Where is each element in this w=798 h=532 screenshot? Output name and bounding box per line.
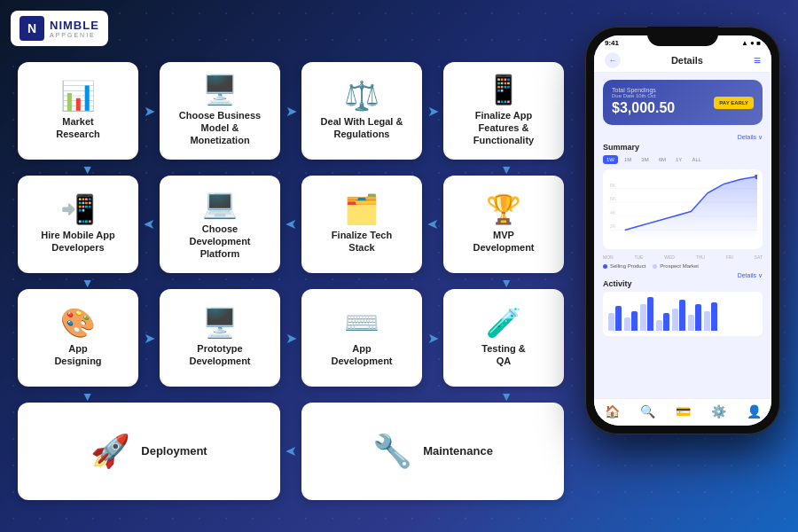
bar-group-3 — [640, 297, 653, 331]
bar-2b — [631, 311, 638, 331]
card-business-model[interactable]: 🖥️ Choose BusinessModel &Monetization — [160, 62, 280, 160]
screen-header: ← Details ≡ — [594, 49, 771, 73]
tab-3m[interactable]: 3M — [638, 155, 652, 164]
activity-section: Activity — [594, 279, 771, 336]
tech-stack-icon: 🗂️ — [344, 195, 379, 223]
mvp-label: MVPDevelopment — [473, 229, 534, 254]
summary-details-link[interactable]: Details ∨ — [594, 272, 771, 279]
bar-group-5 — [672, 300, 685, 331]
workflow-row-4: 🚀 Deployment ➤ 🔧 Maintenance — [18, 403, 576, 500]
tab-1m[interactable]: 1M — [621, 155, 635, 164]
card-features[interactable]: 📱 Finalize AppFeatures &Functionality — [443, 62, 564, 160]
arrow-r3-3: ➤ — [422, 330, 443, 347]
bar-group-2 — [624, 311, 638, 331]
card-hire-devs[interactable]: 📲 Hire Mobile AppDevelopers — [18, 176, 138, 273]
bar-group-7 — [704, 302, 717, 331]
svg-text:8K: 8K — [610, 182, 616, 187]
card-designing[interactable]: 🎨 AppDesigning — [18, 289, 138, 387]
chart-svg: 8K 6K 4K 2K — [608, 175, 757, 244]
hire-devs-icon: 📲 — [60, 195, 96, 223]
legal-icon: ⚖️ — [344, 82, 379, 110]
svg-text:6K: 6K — [610, 196, 616, 201]
nav-home-icon[interactable]: 🏠 — [605, 404, 620, 419]
card-prototype[interactable]: 🖥️ PrototypeDevelopment — [160, 289, 280, 387]
workflow-area: 📊 MarketResearch ➤ 🖥️ Choose BusinessMod… — [18, 62, 576, 504]
bar-4a — [656, 320, 662, 331]
tab-1y[interactable]: 1Y — [672, 155, 685, 164]
summary-section: Summary 1W 1M 3M 6M 1Y ALL — [594, 143, 771, 164]
features-icon: 📱 — [486, 75, 521, 104]
app-dev-icon: ⌨️ — [344, 309, 379, 337]
arrow-r2-1: ➤ — [138, 216, 160, 233]
bar-5b — [679, 300, 685, 331]
v-arrow-2-4: ▼ — [437, 276, 577, 290]
arrow-r2-3: ➤ — [422, 216, 443, 233]
spending-details-link[interactable]: Details ∨ — [594, 132, 771, 143]
legend-prospect: Prospect Market — [653, 263, 699, 269]
pay-early-button[interactable]: PAY EARLY — [714, 97, 754, 109]
dev-platform-icon: 💻 — [202, 189, 238, 217]
card-app-dev[interactable]: ⌨️ AppDevelopment — [301, 289, 422, 387]
time-tabs: 1W 1M 3M 6M 1Y ALL — [603, 155, 763, 164]
chart-legend: Selling Product Prospect Market — [594, 263, 771, 269]
workflow-row-3: 🎨 AppDesigning ➤ 🖥️ PrototypeDevelopment… — [18, 289, 576, 387]
arrow-r3-2: ➤ — [280, 330, 301, 347]
card-tech-stack[interactable]: 🗂️ Finalize TechStack — [301, 176, 422, 273]
day-tue: TUE — [634, 254, 643, 260]
chart-day-labels: MON TUE WED THU FRI SAT — [594, 254, 771, 260]
bottom-nav: 🏠 🔍 💳 ⚙️ 👤 — [594, 398, 771, 426]
day-sat: SAT — [755, 254, 763, 260]
svg-text:4K: 4K — [610, 209, 616, 215]
arrow-r1-2: ➤ — [280, 103, 301, 120]
tech-stack-label: Finalize TechStack — [332, 229, 392, 254]
card-deployment[interactable]: 🚀 Deployment — [18, 403, 280, 500]
day-mon: MON — [603, 254, 614, 260]
card-market-research[interactable]: 📊 MarketResearch — [18, 62, 138, 160]
maintenance-icon: 🔧 — [372, 435, 412, 467]
nav-search-icon[interactable]: 🔍 — [640, 404, 655, 419]
market-research-label: MarketResearch — [56, 115, 100, 141]
svg-text:2K: 2K — [610, 223, 616, 229]
logo-main-text: NIMBLE — [50, 19, 99, 32]
testing-label: Testing &QA — [481, 342, 525, 368]
logo: N NIMBLE APPGENIE — [11, 11, 108, 46]
nav-profile-icon[interactable]: 👤 — [747, 404, 762, 419]
summary-title: Summary — [603, 143, 763, 152]
activity-chart — [603, 292, 763, 336]
tab-6m[interactable]: 6M — [655, 155, 669, 164]
bar-1b — [615, 306, 622, 331]
v-arrows-2: ▼ ▼ — [18, 277, 576, 289]
arrow-r2-2: ➤ — [280, 216, 301, 233]
day-fri: FRI — [726, 254, 733, 260]
spending-card: Total Spendings Due Date 10th Oct $3,000… — [603, 80, 763, 125]
designing-label: AppDesigning — [54, 342, 101, 368]
v-arrows-1: ▼ ▼ — [18, 163, 576, 176]
card-legal[interactable]: ⚖️ Deal With Legal &Regulations — [301, 62, 422, 160]
bar-group-1 — [608, 306, 622, 331]
bar-group-4 — [656, 313, 669, 331]
status-time: 9:41 — [605, 39, 619, 47]
nav-settings-icon[interactable]: ⚙️ — [711, 404, 726, 419]
dev-platform-label: ChooseDevelopmentPlatform — [189, 223, 250, 261]
mvp-icon: 🏆 — [486, 195, 521, 223]
card-dev-platform[interactable]: 💻 ChooseDevelopmentPlatform — [160, 176, 280, 273]
summary-chart: 8K 6K 4K 2K — [603, 169, 763, 249]
menu-button[interactable]: ≡ — [754, 53, 761, 67]
nav-card-icon[interactable]: 💳 — [676, 404, 691, 419]
arrow-r1-1: ➤ — [138, 103, 160, 120]
bar-3b — [647, 297, 653, 331]
card-testing[interactable]: 🧪 Testing &QA — [443, 289, 564, 387]
tab-all[interactable]: ALL — [688, 155, 705, 164]
phone-notch — [647, 27, 718, 46]
v-arrow-1-4: ▼ — [437, 162, 577, 176]
day-wed: WED — [664, 254, 675, 260]
tab-1w[interactable]: 1W — [603, 155, 618, 164]
card-maintenance[interactable]: 🔧 Maintenance — [301, 403, 564, 500]
arrow-r4: ➤ — [280, 443, 301, 460]
deployment-label: Deployment — [141, 444, 207, 459]
workflow-row-1: 📊 MarketResearch ➤ 🖥️ Choose BusinessMod… — [18, 62, 576, 160]
legend-selling: Selling Product — [603, 263, 645, 269]
card-mvp[interactable]: 🏆 MVPDevelopment — [443, 176, 564, 273]
back-button[interactable]: ← — [605, 52, 621, 68]
workflow-row-2: 📲 Hire Mobile AppDevelopers ➤ 💻 ChooseDe… — [18, 176, 576, 273]
